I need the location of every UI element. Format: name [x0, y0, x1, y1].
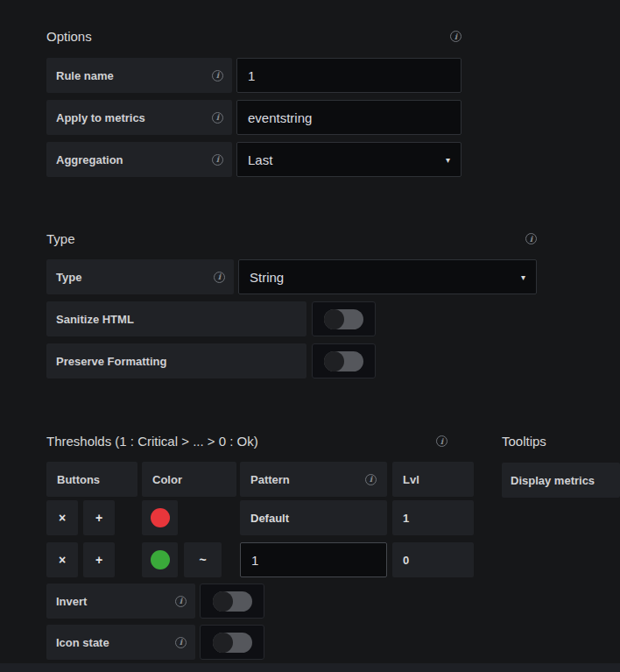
chevron-down-icon: ▾: [521, 272, 525, 282]
toggle-track: [324, 309, 363, 329]
pattern-input[interactable]: 1: [240, 542, 387, 577]
remove-threshold-button[interactable]: ×: [46, 542, 78, 577]
rule-name-label-box: Rule name i: [46, 58, 232, 93]
aggregation-value: Last: [248, 152, 272, 167]
bottom-panel-edge: [0, 663, 620, 672]
toggle-knob: [324, 309, 344, 329]
info-icon[interactable]: i: [175, 596, 187, 607]
toggle-track: [213, 591, 252, 612]
rule-name-input[interactable]: 1: [236, 58, 461, 93]
chevron-down-icon: ▾: [446, 155, 450, 165]
buttons-column-label: Buttons: [57, 473, 100, 486]
info-icon[interactable]: i: [214, 272, 225, 283]
row-color: [142, 500, 236, 535]
info-icon[interactable]: i: [212, 112, 223, 124]
info-icon[interactable]: i: [525, 233, 537, 244]
color-column-label: Color: [152, 473, 182, 486]
icon-state-label-box: Icon state i: [46, 625, 195, 660]
add-threshold-button[interactable]: +: [83, 542, 115, 577]
apply-to-metrics-label-box: Apply to metrics i: [46, 100, 232, 135]
threshold-row: × + ~ 1 0: [46, 542, 474, 577]
icon-state-row: Icon state i: [46, 625, 474, 660]
sanitize-html-label-box: Sanitize HTML: [46, 301, 306, 336]
color-column-header: Color: [142, 462, 236, 497]
remove-threshold-button[interactable]: ×: [46, 500, 78, 535]
toggle-knob: [213, 591, 233, 612]
type-value: String: [250, 270, 284, 285]
level-cell: 1: [392, 500, 474, 535]
type-select[interactable]: String ▾: [238, 259, 537, 294]
rule-name-row: Rule name i 1: [46, 58, 461, 93]
tooltips-header: Tooltips: [502, 434, 620, 449]
aggregation-label-box: Aggregation i: [46, 142, 232, 177]
level-column-header: Lvl: [392, 462, 474, 497]
apply-to-metrics-row: Apply to metrics i eventstring: [46, 100, 461, 135]
threshold-row: × + Default 1: [46, 500, 474, 535]
aggregation-label: Aggregation: [56, 153, 123, 166]
apply-to-metrics-input[interactable]: eventstring: [236, 100, 461, 135]
preserve-formatting-row: Preserve Formatting: [46, 343, 537, 378]
info-icon[interactable]: i: [212, 70, 223, 81]
plus-icon: +: [95, 511, 102, 525]
type-header: Type i: [46, 231, 537, 246]
apply-to-metrics-value: eventstring: [248, 110, 312, 125]
plus-icon: +: [95, 553, 102, 567]
tooltips-section: Tooltips Display metrics: [502, 434, 620, 498]
color-picker-button[interactable]: [142, 500, 178, 535]
options-header: Options i: [46, 29, 461, 44]
color-swatch-ok: [151, 550, 170, 569]
row-color: ~: [142, 542, 236, 577]
preserve-formatting-toggle[interactable]: [312, 343, 376, 378]
display-metrics-label-box: Display metrics: [502, 463, 620, 498]
type-label: Type: [56, 271, 81, 284]
tooltips-title: Tooltips: [502, 434, 546, 449]
preserve-formatting-label: Preserve Formatting: [56, 355, 166, 368]
level-column-label: Lvl: [403, 473, 419, 486]
type-label-box: Type i: [46, 259, 234, 294]
options-title: Options: [46, 29, 92, 44]
close-icon: ×: [59, 511, 66, 525]
buttons-column-header: Buttons: [46, 462, 137, 497]
thresholds-table-header: Buttons Color Pattern i Lvl: [46, 462, 474, 497]
sanitize-html-toggle[interactable]: [312, 301, 376, 336]
pattern-cell[interactable]: Default: [240, 500, 387, 535]
icon-state-toggle[interactable]: [200, 625, 264, 660]
sanitize-html-label: Sanitize HTML: [56, 313, 134, 326]
pattern-value: 1: [251, 553, 258, 568]
icon-state-label: Icon state: [56, 636, 109, 649]
color-picker-button[interactable]: [142, 542, 178, 577]
level-value: 0: [403, 554, 409, 567]
add-threshold-button[interactable]: +: [83, 500, 115, 535]
invert-label: Invert: [56, 595, 87, 608]
info-icon[interactable]: i: [212, 154, 223, 166]
toggle-knob: [324, 351, 344, 371]
info-icon[interactable]: i: [365, 474, 377, 485]
pattern-value: Default: [250, 512, 289, 525]
preserve-formatting-label-box: Preserve Formatting: [46, 343, 306, 378]
approx-match-button[interactable]: ~: [184, 542, 222, 577]
color-swatch-critical: [151, 508, 170, 527]
info-icon[interactable]: i: [450, 31, 461, 42]
type-row: Type i String ▾: [46, 259, 537, 294]
display-metrics-label: Display metrics: [511, 474, 595, 487]
invert-toggle[interactable]: [200, 584, 264, 619]
rule-name-label: Rule name: [56, 69, 114, 82]
toggle-track: [324, 351, 363, 371]
tilde-icon: ~: [199, 553, 206, 567]
rule-name-value: 1: [248, 68, 255, 83]
level-cell: 0: [392, 542, 474, 577]
info-icon[interactable]: i: [175, 637, 187, 648]
pattern-column-header: Pattern i: [240, 462, 387, 497]
toggle-knob: [213, 633, 233, 653]
info-icon[interactable]: i: [436, 435, 447, 447]
thresholds-header: Thresholds (1 : Critical > ... > 0 : Ok)…: [46, 434, 447, 449]
pattern-column-label: Pattern: [250, 473, 290, 486]
aggregation-row: Aggregation i Last ▾: [46, 142, 461, 177]
apply-to-metrics-label: Apply to metrics: [56, 111, 145, 124]
row-buttons: × +: [46, 542, 137, 577]
aggregation-select[interactable]: Last ▾: [236, 142, 461, 177]
row-buttons: × +: [46, 500, 137, 535]
thresholds-title: Thresholds (1 : Critical > ... > 0 : Ok): [46, 434, 258, 449]
toggle-track: [213, 633, 252, 653]
sanitize-html-row: Sanitize HTML: [46, 301, 537, 336]
